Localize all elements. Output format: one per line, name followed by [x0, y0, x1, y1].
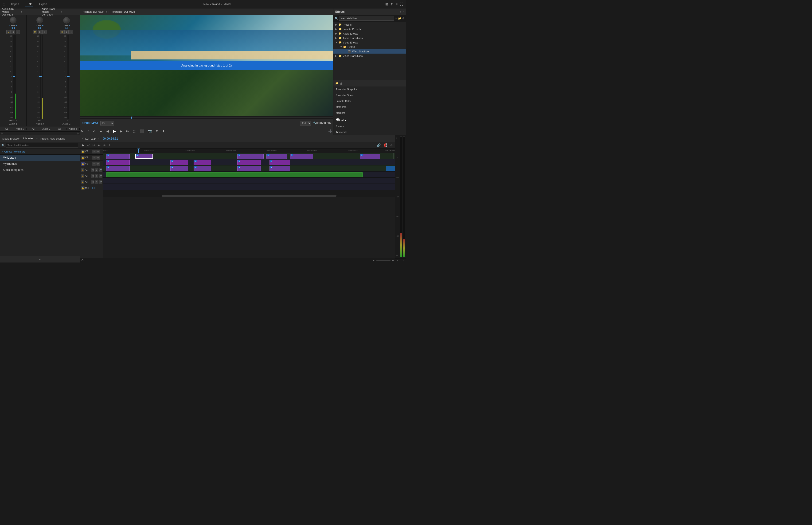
wrench-icon[interactable]: 🔧 — [313, 121, 317, 124]
lock-mix[interactable]: 🔒 — [81, 186, 85, 190]
mic-a2[interactable]: 🎤 — [99, 174, 102, 178]
zoom-select[interactable]: Fit 25% 50% 100% — [100, 121, 114, 125]
solo-a1-btn[interactable]: S — [95, 168, 98, 172]
solo-a2-btn[interactable]: S — [95, 174, 98, 178]
tab-project[interactable]: Project: New Zealand — [40, 136, 66, 141]
effects-panel-menu[interactable]: ≡ — [400, 10, 401, 13]
monitor-btn-ch1[interactable]: ○ — [16, 30, 20, 34]
play-timeline-btn[interactable]: ▶ — [81, 142, 86, 148]
track-a3[interactable] — [103, 184, 395, 190]
timeline-scrubber[interactable] — [80, 116, 333, 119]
scroll-left[interactable] — [1, 133, 3, 134]
mute-a1-btn[interactable]: M — [91, 168, 94, 172]
effects-search-input[interactable] — [339, 16, 394, 21]
lift-icon[interactable]: ⬆ — [155, 128, 159, 134]
tree-item-video-effects[interactable]: ▼ 📂 Video Effects — [333, 40, 406, 45]
add-marker-icon[interactable]: ➕ — [327, 128, 333, 134]
home-icon[interactable]: ⌂ — [3, 2, 5, 6]
program-tab-menu[interactable]: ≡ — [106, 10, 107, 13]
clip-v1-5[interactable]: fx — [270, 166, 290, 171]
mic-a3[interactable]: 🎤 — [99, 180, 102, 184]
track-a2[interactable] — [103, 178, 395, 184]
tree-item-lumetri-presets[interactable]: ▶ 📁 Lumetri Presets — [333, 27, 406, 31]
clip-v2-2[interactable]: fx — [170, 160, 188, 165]
clip-v1-1[interactable]: fx — [106, 166, 129, 171]
essential-sound-section[interactable]: Essential Sound — [333, 92, 406, 98]
new-bin-icon[interactable]: 📁 — [398, 17, 401, 20]
edit-menu[interactable]: Edit — [25, 1, 33, 7]
mute-a3-btn[interactable]: M — [91, 180, 94, 184]
essential-graphics-section[interactable]: Essential Graphics — [333, 87, 406, 92]
history-section[interactable]: History — [333, 116, 406, 123]
knob-ch3[interactable] — [63, 17, 70, 24]
pen-btn[interactable]: ✏ — [102, 142, 107, 148]
markers-section[interactable]: Markers — [333, 110, 406, 116]
extract-icon[interactable]: ⬇ — [161, 128, 166, 134]
tree-item-audio-transitions[interactable]: ▶ 📁 Audio Transitions — [333, 36, 406, 40]
eye-v3[interactable]: 👁 — [92, 150, 96, 153]
clip-v3-2[interactable]: fx — [135, 154, 153, 159]
track-v2[interactable]: fx fx fx fx fx — [103, 159, 395, 165]
metadata-section[interactable]: Metadata — [333, 104, 406, 110]
clip-v3-6[interactable]: fx — [360, 154, 380, 159]
tab-media-browser[interactable]: Media Browser — [1, 136, 20, 141]
settings-icon[interactable]: ⚙ — [402, 17, 404, 20]
solo-a3-btn[interactable]: S — [95, 180, 98, 184]
tree-item-audio-effects[interactable]: ▶ 📁 Audio Effects — [333, 31, 406, 36]
mark-in-icon[interactable]: ⊳ — [80, 128, 85, 134]
slip-btn[interactable]: ⇔ — [97, 142, 102, 148]
clip-v2-3[interactable]: fx — [194, 160, 211, 165]
knob-ch1[interactable] — [10, 17, 16, 24]
track-resize-handle[interactable] — [393, 153, 394, 159]
insert-icon[interactable]: ⬚ — [132, 128, 137, 134]
mute-v3[interactable]: M — [96, 150, 100, 153]
mic-a1[interactable]: 🎤 — [99, 168, 102, 172]
razor-btn[interactable]: ✂ — [91, 142, 96, 148]
lumetri-color-section[interactable]: Lumetri Color — [333, 98, 406, 104]
link-btn[interactable]: 🔗 — [376, 142, 382, 148]
monitor-btn-ch3[interactable]: ○ — [69, 30, 73, 34]
tab-libraries[interactable]: Libraries — [22, 136, 34, 141]
mute-v1[interactable]: M — [96, 162, 100, 166]
track-v1[interactable]: fx fx fx fx fx — [103, 165, 395, 171]
ripple-btn[interactable]: ↩ — [86, 142, 91, 148]
timeline-zoom-out[interactable]: − — [372, 259, 375, 262]
create-new-library-btn[interactable]: + Create new library — [0, 149, 80, 155]
timeline-zoom-in[interactable]: + — [392, 259, 395, 262]
delete-icon[interactable]: 🗑 — [340, 82, 342, 85]
markers-btn[interactable]: ⊹ — [389, 142, 394, 148]
knob-ch2[interactable] — [36, 17, 43, 24]
clip-v1-end[interactable] — [386, 166, 395, 171]
library-item-stock-templates[interactable]: Stock Templates — [0, 167, 80, 173]
step-back-icon[interactable]: ◀ — [106, 128, 110, 134]
tl-ruler[interactable]: 00:00 00:00:16:00 00:00:32:00 00:00:48:0… — [103, 149, 395, 153]
program-tab[interactable]: Program: DJI_0324 — [82, 10, 104, 13]
sequence-tab-menu[interactable]: ≡ — [98, 137, 99, 140]
library-item-my-library[interactable]: My Library — [0, 155, 80, 161]
export-icon[interactable]: ⬆ — [390, 2, 393, 6]
menu-icon[interactable]: ≡ — [396, 2, 398, 6]
clip-v3-5[interactable]: fx — [290, 154, 313, 159]
settings-tl-btn[interactable]: ⚙ — [80, 259, 85, 262]
type-btn[interactable]: T — [108, 142, 112, 148]
clip-v3-1[interactable]: fx — [106, 154, 129, 159]
go-out-icon[interactable]: ⏭ — [125, 128, 131, 134]
lock-a3[interactable]: 🔒 — [81, 180, 84, 184]
fader-ch2[interactable]: 15121086420-2-4-6-8-13-19-25-34-43 — [27, 34, 52, 119]
tl-horizontal-scroll[interactable] — [103, 194, 395, 197]
play-button[interactable]: ▶ — [112, 127, 117, 135]
clip-v1-2[interactable]: fx — [170, 166, 188, 171]
magnet-btn[interactable]: 🧲 — [382, 142, 388, 148]
reference-tab[interactable]: Reference: DJI_0324 — [111, 10, 135, 13]
add-library-btn[interactable]: + — [0, 256, 80, 262]
clear-search-icon[interactable]: ✕ — [395, 17, 397, 20]
fader-track-ch2[interactable] — [40, 34, 41, 119]
export-menu[interactable]: Export — [37, 2, 49, 7]
mute-a2-btn[interactable]: M — [91, 174, 94, 178]
clip-v2-4[interactable]: fx — [237, 160, 261, 165]
mute-btn-ch1[interactable]: M — [6, 30, 11, 34]
new-custom-bin-icon[interactable]: 📁 — [335, 82, 339, 85]
window-icon[interactable]: ⊞ — [385, 2, 388, 6]
clip-v1-4[interactable]: fx — [237, 166, 261, 171]
fader-track-ch3[interactable] — [67, 34, 69, 119]
